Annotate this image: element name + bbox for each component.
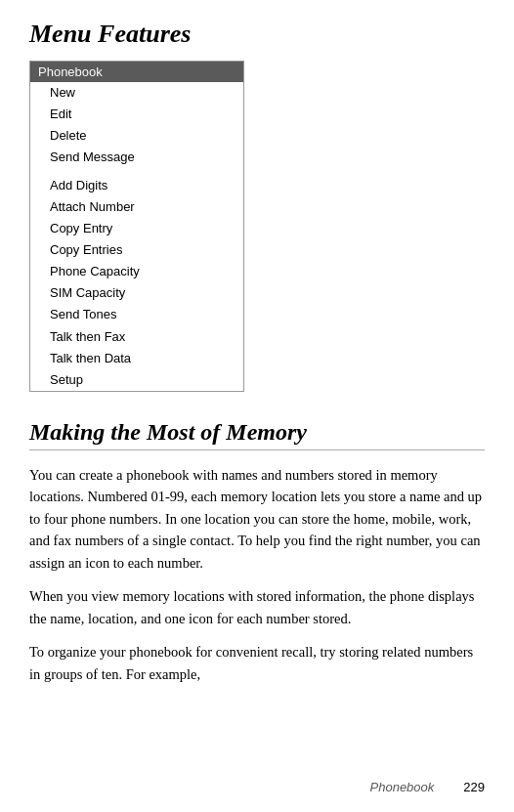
menu-item-delete: Delete [30, 125, 243, 147]
menu-item-edit: Edit [30, 104, 243, 125]
body-paragraph-2: When you view memory locations with stor… [29, 585, 485, 629]
body-paragraph-3: To organize your phonebook for convenien… [29, 641, 485, 685]
menu-item-add-digits: Add Digits [30, 175, 243, 196]
menu-item-new: New [30, 82, 243, 104]
page-title: Menu Features [29, 20, 485, 49]
page-footer: Phonebook 229 [370, 780, 485, 794]
menu-item-copy-entry: Copy Entry [30, 218, 243, 239]
menu-item-sim-capacity: SIM Capacity [30, 282, 243, 304]
menu-header: Phonebook [30, 62, 243, 82]
section-title: Making the Most of Memory [29, 419, 485, 450]
menu-item-talk-then-fax: Talk then Fax [30, 326, 243, 348]
menu-item-phone-capacity: Phone Capacity [30, 261, 243, 282]
body-paragraph-1: You can create a phonebook with names an… [29, 464, 485, 574]
menu-item-send-message: Send Message [30, 147, 243, 168]
menu-item-attach-number: Attach Number [30, 196, 243, 218]
menu-item-talk-then-data: Talk then Data [30, 348, 243, 369]
menu-item-send-tones: Send Tones [30, 304, 243, 325]
menu-item-setup: Setup [30, 369, 243, 391]
menu-table: Phonebook New Edit Delete Send Message A… [29, 61, 244, 392]
footer-page-number: 229 [463, 780, 485, 794]
menu-item-copy-entries: Copy Entries [30, 239, 243, 261]
footer-label: Phonebook [370, 780, 435, 794]
